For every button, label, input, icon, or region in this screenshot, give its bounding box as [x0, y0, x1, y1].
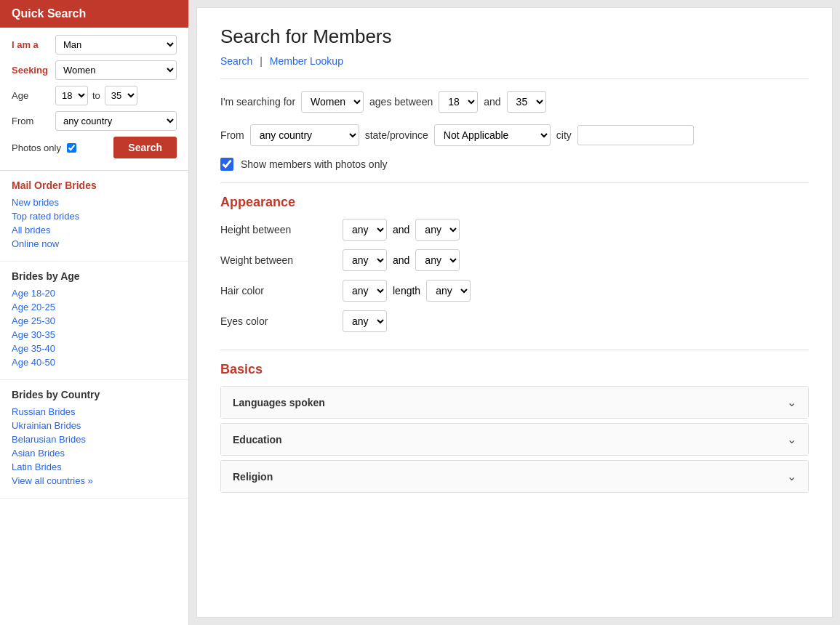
page-title: Search for Members — [220, 25, 809, 48]
photos-row: Photos only Search — [12, 137, 177, 158]
page-links: Search | Member Lookup — [220, 55, 809, 67]
languages-title: Languages spoken — [233, 397, 325, 408]
height-label: Height between — [220, 224, 337, 235]
sidebar-title: Quick Search — [12, 7, 86, 20]
education-chevron-icon: ⌄ — [787, 432, 796, 446]
sidebar-link-age-18-20[interactable]: Age 18-20 — [12, 288, 177, 299]
divider-2 — [220, 182, 809, 183]
age-from-select[interactable]: 1820253035 — [55, 86, 88, 105]
iam-label: I am a — [12, 39, 55, 50]
hair-color-label: Hair color — [220, 285, 337, 297]
searching-for-label: I'm searching for — [220, 96, 295, 108]
country-select[interactable]: any country Russia Ukraine — [250, 124, 359, 146]
religion-collapsible: Religion ⌄ — [220, 460, 809, 493]
state-label: state/province — [365, 129, 428, 141]
appearance-heading: Appearance — [220, 195, 809, 210]
hair-length-select[interactable]: any — [426, 280, 471, 302]
age-to-select[interactable]: 3540455099 — [105, 86, 137, 105]
sidebar-link-new-brides[interactable]: New brides — [12, 197, 177, 208]
hair-color-controls: any length any — [343, 280, 809, 302]
sidebar-link-ukrainian-brides[interactable]: Ukrainian Brides — [12, 420, 177, 431]
sidebar-link-belarusian-brides[interactable]: Belarusian Brides — [12, 434, 177, 445]
sidebar-link-age-30-35[interactable]: Age 30-35 — [12, 329, 177, 340]
iam-select[interactable]: Man Woman — [55, 35, 177, 55]
age-to-main-select[interactable]: 3540455099 — [507, 91, 546, 113]
basics-heading: Basics — [220, 362, 809, 377]
sidebar-link-age-20-25[interactable]: Age 20-25 — [12, 302, 177, 312]
weight-label: Weight between — [220, 254, 337, 266]
weight-to-select[interactable]: any — [415, 249, 460, 271]
religion-header[interactable]: Religion ⌄ — [221, 461, 808, 492]
and-label-1: and — [484, 96, 500, 108]
photos-label: Photos only — [12, 142, 61, 153]
search-button[interactable]: Search — [113, 137, 177, 158]
iam-row: I am a Man Woman — [12, 35, 177, 55]
from-label: From — [12, 116, 55, 126]
languages-header[interactable]: Languages spoken ⌄ — [221, 387, 808, 418]
height-from-select[interactable]: any — [343, 219, 387, 241]
sidebar-link-age-40-50[interactable]: Age 40-50 — [12, 357, 177, 368]
age-to-text: to — [92, 90, 100, 101]
seeking-row: Seeking Women Men — [12, 60, 177, 80]
brides-age-section: Brides by Age Age 18-20 Age 20-25 Age 25… — [0, 262, 188, 380]
languages-chevron-icon: ⌄ — [787, 395, 796, 409]
city-label: city — [556, 129, 572, 141]
search-link[interactable]: Search — [220, 55, 252, 67]
main-content: Search for Members Search | Member Looku… — [196, 7, 833, 618]
sidebar-header: Quick Search — [0, 0, 188, 28]
weight-and-label: and — [393, 254, 409, 266]
height-to-select[interactable]: any — [415, 219, 460, 241]
searching-for-select[interactable]: Women Men — [301, 91, 364, 113]
sidebar-link-latin-brides[interactable]: Latin Brides — [12, 461, 177, 472]
quick-search-form: I am a Man Woman Seeking Women Men Age 1… — [0, 28, 188, 171]
divider-3 — [220, 350, 809, 350]
sidebar-link-top-rated[interactable]: Top rated brides — [12, 211, 177, 222]
sidebar-link-asian-brides[interactable]: Asian Brides — [12, 448, 177, 459]
eyes-color-controls: any — [343, 310, 809, 332]
height-and-label: and — [393, 224, 409, 235]
weight-controls: any and any — [343, 249, 809, 271]
education-title: Education — [233, 434, 282, 445]
hair-length-label: length — [393, 285, 420, 297]
brides-age-title: Brides by Age — [12, 270, 177, 282]
height-controls: any and any — [343, 219, 809, 241]
hair-color-select[interactable]: any — [343, 280, 387, 302]
city-input[interactable] — [577, 125, 694, 145]
languages-collapsible: Languages spoken ⌄ — [220, 386, 809, 419]
eyes-color-label: Eyes color — [220, 315, 337, 327]
age-label: Age — [12, 90, 55, 101]
sidebar-link-all-brides[interactable]: All brides — [12, 225, 177, 235]
member-lookup-link[interactable]: Member Lookup — [270, 55, 343, 67]
photos-checkbox[interactable] — [67, 143, 76, 153]
mail-order-section: Mail Order Brides New brides Top rated b… — [0, 171, 188, 262]
brides-country-title: Brides by Country — [12, 389, 177, 400]
seeking-select[interactable]: Women Men — [55, 60, 177, 80]
weight-from-select[interactable]: any — [343, 249, 387, 271]
searching-for-row: I'm searching for Women Men ages between… — [220, 91, 809, 113]
appearance-grid: Height between any and any Weight betwee… — [220, 219, 809, 332]
link-separator: | — [260, 55, 263, 67]
sidebar-link-age-35-40[interactable]: Age 35-40 — [12, 343, 177, 354]
sidebar-link-age-25-30[interactable]: Age 25-30 — [12, 315, 177, 326]
eyes-color-select[interactable]: any — [343, 310, 387, 332]
photos-main-label: Show members with photos only — [241, 158, 388, 170]
sidebar: Quick Search I am a Man Woman Seeking Wo… — [0, 0, 189, 625]
photos-main-checkbox[interactable] — [220, 158, 233, 171]
education-collapsible: Education ⌄ — [220, 423, 809, 456]
age-from-main-select[interactable]: 1820253035 — [439, 91, 478, 113]
education-header[interactable]: Education ⌄ — [221, 424, 808, 455]
from-row-main: From any country Russia Ukraine state/pr… — [220, 124, 809, 146]
seeking-label: Seeking — [12, 65, 55, 76]
religion-chevron-icon: ⌄ — [787, 469, 796, 483]
brides-country-section: Brides by Country Russian Brides Ukraini… — [0, 380, 188, 499]
divider-1 — [220, 78, 809, 79]
sidebar-link-view-all-countries[interactable]: View all countries » — [12, 475, 177, 486]
mail-order-title: Mail Order Brides — [12, 180, 177, 191]
sidebar-link-russian-brides[interactable]: Russian Brides — [12, 406, 177, 417]
state-select[interactable]: Not Applicable — [434, 124, 551, 146]
religion-title: Religion — [233, 471, 273, 483]
from-select[interactable]: any country Russia Ukraine — [55, 111, 177, 131]
sidebar-link-online-now[interactable]: Online now — [12, 238, 177, 249]
from-row: From any country Russia Ukraine — [12, 111, 177, 131]
from-main-label: From — [220, 129, 244, 141]
